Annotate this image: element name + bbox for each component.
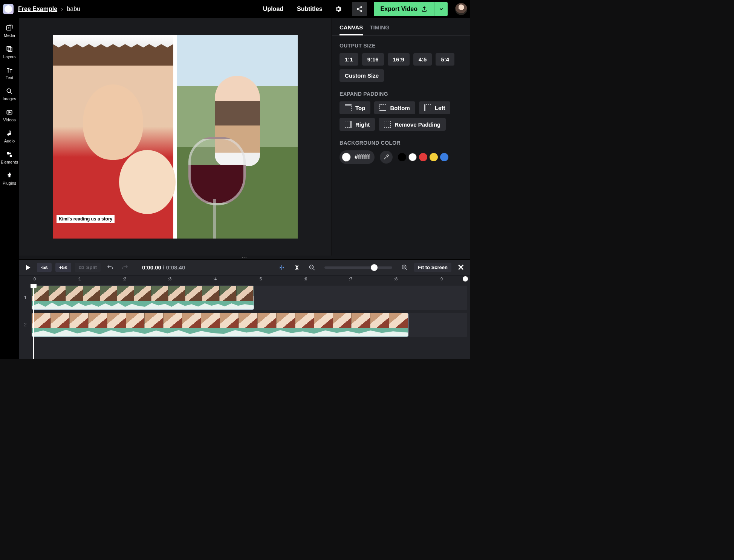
play-button[interactable]	[23, 262, 33, 273]
ratio-9-16[interactable]: 9:16	[362, 53, 384, 66]
canvas-clip-left[interactable]: Kimi's reading us a story	[53, 35, 173, 239]
pad-left-button[interactable]: Left	[419, 101, 451, 114]
properties-panel: CANVAS TIMING OUTPUT SIZE 1:1 9:16 16:9 …	[332, 18, 470, 256]
undo-button[interactable]	[104, 262, 116, 273]
tab-videos[interactable]: Videos	[0, 105, 19, 125]
user-avatar[interactable]	[455, 3, 467, 15]
timeline-resize-handle[interactable]: •••	[19, 256, 470, 259]
timeline-ruler[interactable]: :0 :1 :2 :3 :4 :5 :6 :7 :8 :9	[19, 275, 470, 284]
ratio-16-9[interactable]: 16:9	[388, 53, 410, 66]
ruler-tick: :6	[304, 277, 307, 281]
video-caption: Kimi's reading us a story	[57, 215, 115, 223]
timeline-toolbar: -5s +5s Split 0:00.00 / 0:08.40 Fit to S…	[19, 260, 470, 275]
ruler-tick: :1	[78, 277, 81, 281]
share-icon	[356, 6, 363, 12]
zoom-slider-knob[interactable]	[371, 264, 378, 271]
preset-yellow[interactable]	[430, 153, 438, 161]
breadcrumb: Free Example › babu	[18, 6, 80, 12]
close-timeline-button[interactable]: ✕	[455, 263, 466, 272]
fit-to-screen-button[interactable]: Fit to Screen	[414, 263, 451, 272]
subtitles-button[interactable]: Subtitles	[292, 3, 327, 15]
settings-button[interactable]	[332, 2, 345, 16]
gear-icon	[335, 5, 342, 13]
output-size-label: OUTPUT SIZE	[339, 43, 463, 49]
zoom-slider[interactable]	[324, 266, 392, 269]
project-name[interactable]: babu	[67, 6, 80, 12]
tab-images-label: Images	[3, 96, 16, 101]
preview-canvas[interactable]: Kimi's reading us a story	[53, 35, 298, 239]
remove-padding-button[interactable]: Remove Padding	[379, 118, 446, 131]
workspace-link[interactable]: Free Example	[18, 6, 57, 12]
preset-red[interactable]	[419, 153, 427, 161]
tab-media[interactable]: Media	[0, 20, 19, 41]
zoom-out-button[interactable]	[306, 262, 318, 273]
pad-right-icon	[345, 121, 352, 128]
tab-audio-label: Audio	[4, 139, 15, 143]
pad-top-button[interactable]: Top	[339, 101, 370, 114]
track-lane-2[interactable]	[32, 313, 467, 337]
video-icon	[6, 109, 13, 116]
media-icon	[6, 24, 13, 32]
track-lane-1[interactable]	[32, 286, 467, 310]
timeline-end-marker[interactable]	[463, 276, 468, 282]
rewind-5s-button[interactable]: -5s	[37, 263, 52, 272]
export-button[interactable]: Export Video	[374, 2, 434, 16]
preset-blue[interactable]	[440, 153, 448, 161]
svg-rect-10	[80, 266, 81, 269]
svg-point-6	[7, 89, 11, 92]
ruler-tick: :4	[213, 277, 217, 281]
tab-layers[interactable]: Layers	[0, 41, 19, 62]
split-button[interactable]: Split	[75, 263, 101, 272]
export-dropdown-button[interactable]	[434, 2, 448, 16]
export-label: Export Video	[381, 6, 417, 12]
bgcolor-input[interactable]: #ffffff	[339, 150, 375, 164]
text-icon	[6, 66, 13, 74]
clip-1[interactable]	[32, 286, 254, 310]
custom-size-button[interactable]: Custom Size	[339, 69, 384, 82]
tab-images[interactable]: Images	[0, 84, 19, 104]
zoom-in-button[interactable]	[399, 262, 410, 273]
tab-elements-label: Elements	[1, 160, 18, 164]
expand-padding-label: EXPAND PADDING	[339, 91, 463, 97]
pad-left-icon	[424, 104, 431, 111]
redo-button[interactable]	[119, 262, 131, 273]
ratio-4-5[interactable]: 4:5	[413, 53, 432, 66]
clip-2[interactable]	[32, 313, 408, 337]
tab-audio[interactable]: Audio	[0, 126, 19, 146]
time-duration: 0:08.40	[166, 264, 185, 271]
tab-elements[interactable]: Elements	[0, 147, 19, 167]
search-icon	[6, 87, 13, 95]
ratio-5-4[interactable]: 5:4	[436, 53, 454, 66]
pad-bottom-button[interactable]: Bottom	[374, 101, 415, 114]
timeline-tracks: 1 2	[19, 284, 470, 359]
tab-text[interactable]: Text	[0, 63, 19, 83]
svg-rect-4	[7, 46, 11, 50]
share-button[interactable]	[352, 2, 367, 16]
canvas-clip-right[interactable]	[177, 35, 298, 239]
pad-top-icon	[345, 104, 352, 111]
upload-button[interactable]: Upload	[258, 3, 288, 15]
panel-tab-timing[interactable]: TIMING	[370, 24, 390, 35]
snap-button[interactable]	[276, 262, 287, 273]
pad-right-button[interactable]: Right	[339, 118, 375, 131]
ruler-tick: :8	[394, 277, 398, 281]
svg-rect-5	[8, 48, 12, 52]
tab-videos-label: Videos	[3, 118, 15, 122]
trim-mode-button[interactable]	[291, 262, 303, 273]
snap-icon	[278, 264, 286, 271]
eyedropper-button[interactable]	[380, 151, 393, 164]
track-number: 2	[19, 322, 32, 327]
preset-white[interactable]	[408, 153, 417, 161]
panel-tab-canvas[interactable]: CANVAS	[339, 24, 363, 35]
app-logo[interactable]	[3, 4, 14, 14]
preview-stage[interactable]: Kimi's reading us a story	[19, 18, 332, 256]
color-presets	[398, 153, 448, 161]
playhead[interactable]	[33, 284, 34, 359]
timeline: -5s +5s Split 0:00.00 / 0:08.40 Fit to S…	[19, 259, 470, 359]
preset-black[interactable]	[398, 153, 406, 161]
ratio-1-1[interactable]: 1:1	[339, 53, 358, 66]
forward-5s-button[interactable]: +5s	[55, 263, 71, 272]
export-icon	[421, 6, 427, 12]
tab-plugins[interactable]: Plugins	[0, 168, 19, 188]
track-number: 1	[19, 295, 32, 300]
